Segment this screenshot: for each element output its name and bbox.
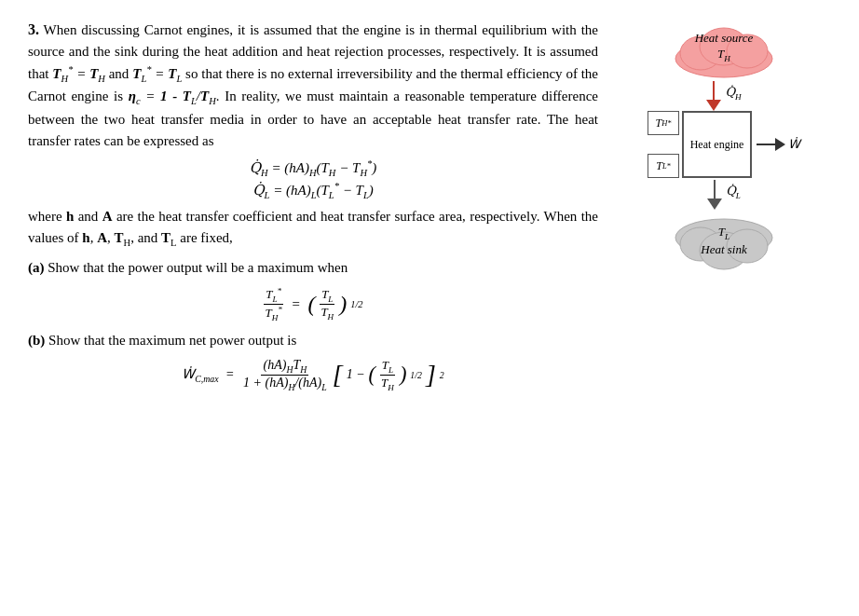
frac-tl-th: TL TH xyxy=(319,287,335,321)
engine-box: Heat engine xyxy=(682,111,752,178)
work-arrow-group: Ẇ xyxy=(757,137,800,152)
close-bracket-b: ] xyxy=(426,362,436,388)
temp-boxes-left: TH* TL* xyxy=(648,111,679,178)
eq-sign-a: = xyxy=(288,296,305,312)
problem-text: 3. When discussing Carnot engines, it is… xyxy=(28,19,598,151)
heat-source-text: Heat source xyxy=(668,31,780,47)
heat-sink-cloud: TL Heat sink xyxy=(668,212,780,272)
tl-sink-label: TL xyxy=(668,225,780,242)
exponent-half-a: 1/2 xyxy=(350,299,362,309)
ql-eq-line: Q̇L = (hA)L(TL* − TL) xyxy=(28,181,598,200)
heat-source-label: Heat source TH xyxy=(668,31,780,64)
one-minus: 1 − xyxy=(347,367,365,382)
work-arrow-head xyxy=(775,138,785,151)
frac-numerator-b: (hA)HTH 1 + (hA)H/(hA)L xyxy=(241,358,329,392)
left-column: 3. When discussing Carnot engines, it is… xyxy=(28,19,607,400)
thermodynamic-diagram: Heat source TH Q̇H TH* xyxy=(648,23,800,272)
part-b-equation: ẆC,max = (hA)HTH 1 + (hA)H/(hA)L [ 1 − (… xyxy=(28,358,598,392)
ql-arrow-group: Q̇L xyxy=(707,180,741,210)
qh-arrow-container xyxy=(706,81,721,111)
close-paren-a: ) xyxy=(339,293,347,315)
work-label: Ẇ xyxy=(788,137,800,152)
ql-arrow-container xyxy=(707,180,722,210)
heat-sink-label: TL Heat sink xyxy=(668,225,780,258)
exponent-2-b: 2 xyxy=(440,370,444,380)
frac-tl-th-b: TL TH xyxy=(379,358,396,391)
heat-sink-text: Heat sink xyxy=(668,242,780,258)
eq-condition: TH* = TH xyxy=(52,66,105,81)
part-a-equation: TL* TH* = ( TL TH ) 1/2 xyxy=(28,286,598,322)
qh-equation: Q̇H = (hA)H(TH − TH*) Q̇L = (hA)L(TL* − … xyxy=(28,158,598,200)
open-bracket-b: [ xyxy=(333,362,343,388)
part-b-intro: (b) Show that the maximum net power outp… xyxy=(28,330,598,351)
ql-dot-label: Q̇L xyxy=(726,184,741,200)
work-arrow-line xyxy=(757,144,775,145)
where-text: where h and A are the heat transfer coef… xyxy=(28,206,598,250)
close-paren-b: ) xyxy=(400,364,406,385)
frac-tl-th-star: TL* TH* xyxy=(263,286,283,322)
qh-dot-label: Q̇H xyxy=(725,85,741,102)
page-container: 3. When discussing Carnot engines, it is… xyxy=(28,19,831,400)
qh-eq-line: Q̇H = (hA)H(TH − TH*) xyxy=(28,158,598,178)
part-a-label: (a) xyxy=(28,260,45,275)
engine-label-text: Heat engine xyxy=(690,138,744,152)
problem-number: 3. xyxy=(28,21,39,37)
th-label: TH xyxy=(668,47,780,64)
right-column: Heat source TH Q̇H TH* xyxy=(617,19,831,400)
exponent-half-b: 1/2 xyxy=(410,370,422,380)
open-paren-a: ( xyxy=(307,293,315,315)
engine-label: Heat engine xyxy=(690,138,744,152)
qh-arrow-line xyxy=(713,81,715,100)
part-b-label: (b) xyxy=(28,333,45,348)
ql-arrow-line xyxy=(714,180,716,198)
eq-sign-b: = xyxy=(223,367,238,382)
wdot-label: ẆC,max xyxy=(182,366,218,384)
qh-arrow-group: Q̇H xyxy=(706,81,741,111)
engine-row: TH* TL* Heat engine Ẇ xyxy=(648,111,800,178)
heat-source-cloud: Heat source TH xyxy=(668,23,780,79)
ql-arrow-head xyxy=(707,198,722,210)
part-a-intro: (a) Show that the power output will be a… xyxy=(28,257,598,279)
eq-condition2: TL* = TL xyxy=(132,66,182,81)
open-paren-b: ( xyxy=(369,364,375,385)
qh-arrow-head xyxy=(706,100,721,111)
th-star-box: TH* xyxy=(648,111,679,135)
eta-inline: ηc = 1 - TL/TH xyxy=(129,89,216,103)
tl-star-box: TL* xyxy=(648,154,679,178)
